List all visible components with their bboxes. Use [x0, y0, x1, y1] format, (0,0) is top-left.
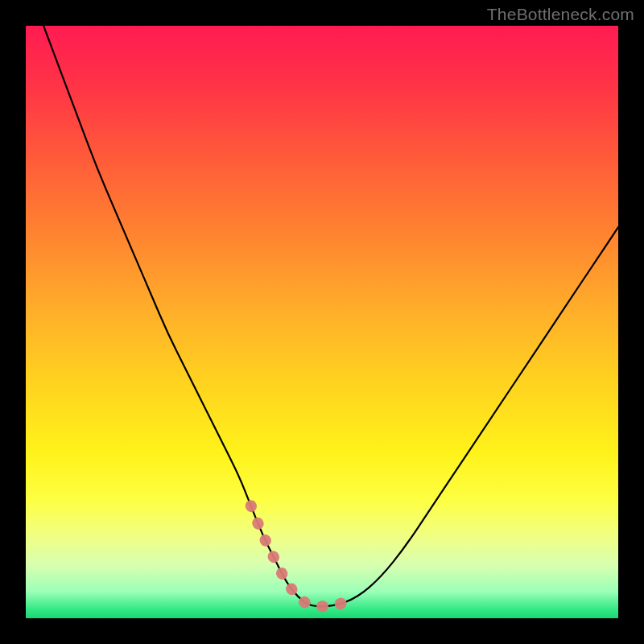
bottleneck-curve — [43, 26, 618, 606]
plot-area — [26, 26, 618, 618]
optimal-range-highlight — [251, 506, 358, 606]
chart-svg — [26, 26, 618, 618]
chart-frame: TheBottleneck.com — [0, 0, 644, 644]
watermark-text: TheBottleneck.com — [487, 5, 634, 24]
